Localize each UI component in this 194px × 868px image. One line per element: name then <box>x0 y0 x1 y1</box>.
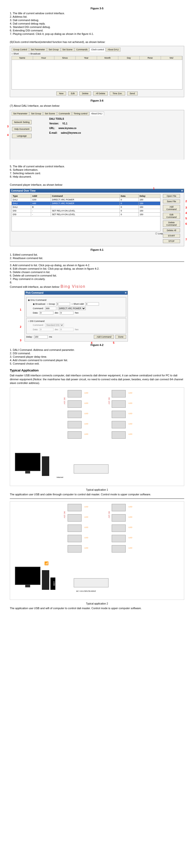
item: 7. Selecting network card. <box>10 172 184 175</box>
tab-row: Group Control Set Parameter Set Group Se… <box>11 48 183 52</box>
tab[interactable]: Group Control <box>11 48 29 52</box>
desc-1: The application use USB and cable throug… <box>10 493 184 496</box>
item: 5. Standard DSI command debug. <box>10 26 184 28</box>
delete-button[interactable]: Delete <box>79 92 91 95</box>
typical-heading: Typical Application <box>10 369 184 372</box>
usb-label: USB <box>50 578 55 590</box>
tab[interactable]: About DALI <box>106 48 120 52</box>
item: 5. The title of current window control i… <box>10 165 184 168</box>
tab[interactable]: Set Parameter <box>11 112 29 116</box>
tab[interactable]: Set Parameter <box>29 48 47 52</box>
item: 3. Dali command debug. <box>10 19 184 22</box>
monitor-icon <box>15 453 40 471</box>
radio-short[interactable]: ○ Short <box>11 53 18 55</box>
network-setting-button[interactable]: Network Setting <box>12 120 32 124</box>
dsi-dec-input <box>40 328 53 331</box>
close-icon[interactable]: ✕ <box>125 291 127 294</box>
new-button[interactable]: New <box>56 92 66 95</box>
tab[interactable]: Set Group <box>29 112 43 116</box>
item: 1. DALI Command. Address and command par… <box>10 348 184 351</box>
item: 7. Play command in circularly. <box>10 277 184 280</box>
clock-control-screenshot: Group Control Set Parameter Set Group Se… <box>10 46 184 97</box>
item: 1. Edited command list. <box>10 253 184 256</box>
add-command-button[interactable]: Add Command <box>94 335 114 339</box>
item: 2. DSI command. <box>10 352 184 355</box>
cmd-num-input[interactable] <box>45 307 56 310</box>
loop-checkbox[interactable]: ☐ Loop <box>11 232 183 235</box>
tab[interactable]: Set Scene <box>43 112 57 116</box>
help-document-button[interactable]: Help Document <box>12 127 32 131</box>
table-row: DALIG00DIRECT ARC POWER0150 <box>12 198 160 202</box>
item: 6. Extending DSI command. <box>10 29 184 32</box>
edit-intro: Command edit interface, as shown below: <box>10 285 60 288</box>
cmdplayer-intro: Command player interface, as shown below… <box>10 183 184 187</box>
delete-command-button[interactable]: Delete Command <box>163 221 180 227</box>
item: 5. Delete chosen command in list. <box>10 271 184 274</box>
radio-group[interactable]: ○ Group <box>47 303 55 305</box>
grid-header: NameHourSinusYearMonthDayReseMul <box>11 56 183 60</box>
internet-label: Internet <box>56 476 63 478</box>
language-button[interactable]: Language <box>12 134 32 138</box>
item: 4. Add chosen command to command player … <box>10 359 184 362</box>
window-title: Command Over Time <box>11 189 36 192</box>
window-title: Pick Command <box>26 291 43 294</box>
item: 7. Playing command. Click it, pop-up dia… <box>10 32 184 35</box>
pc-tower-icon <box>42 456 49 476</box>
pick-command-screenshot: Pick Command✕ ◉ DALI Command: ◉ Broadcas… <box>25 291 128 342</box>
tab-clock[interactable]: Clock control <box>89 48 106 52</box>
tab[interactable]: Timing control <box>72 112 89 116</box>
item: 3. Command player delay time. <box>10 355 184 358</box>
dali-master-icon <box>74 464 109 473</box>
item: 4. Dali command debug reply. <box>10 22 184 25</box>
edit-command-button[interactable]: Edit Command <box>163 213 180 219</box>
tab-about[interactable]: About DALI <box>89 112 104 116</box>
send-button[interactable]: Send <box>127 92 138 95</box>
data-dec-input[interactable] <box>40 311 53 314</box>
done-button[interactable]: Done <box>115 335 126 339</box>
shortaddr-input[interactable] <box>85 302 99 306</box>
delay-input[interactable] <box>34 335 48 339</box>
command-table: TypeAddrCommandDataDelay DALIG00DIRECT A… <box>11 194 160 216</box>
figure-3-5-title: Figure 3-5 <box>10 7 184 10</box>
tab[interactable]: Commands <box>74 48 89 52</box>
tab[interactable]: Set Group <box>47 48 61 52</box>
item: 8. Help document. <box>10 175 184 178</box>
delete-all-button[interactable]: Delete All <box>163 228 180 232</box>
group-input[interactable] <box>56 302 70 306</box>
item: 6. Delete all command in command list. <box>10 274 184 277</box>
radio-broadcast[interactable]: ◉ Broadcast <box>33 303 45 305</box>
radio-shortaddr[interactable]: ○ Short Addr <box>72 303 84 305</box>
command-select[interactable]: DIRECT ARC POWER <box>58 307 86 310</box>
start-button[interactable]: START <box>163 234 180 238</box>
radio-dsi-command[interactable]: ○ DSI Command: <box>28 320 45 322</box>
radio-broadcast[interactable]: ○ Broadcast <box>29 53 40 55</box>
save-file-button[interactable]: Save File <box>163 199 180 204</box>
table-row: DSI-SET RELAY-ON LEVEL0150 <box>12 209 160 213</box>
application-diagram-1: DC 12V DC 12V Internet <box>10 388 184 486</box>
all-delete-button[interactable]: All Delete <box>93 92 108 95</box>
item: 5. Command choice exit. <box>10 362 184 365</box>
item: 2. Address list. <box>10 15 184 18</box>
edit-button[interactable]: Edit <box>68 92 77 95</box>
item: 3. Add command to list. Click pop-up dia… <box>10 264 184 267</box>
data-hex-input[interactable] <box>60 311 74 314</box>
ac-label: AC 110-230V,50-60HZ <box>76 590 96 592</box>
open-file-button[interactable]: Open File <box>163 194 180 198</box>
item: 4. Edit chosen command in list. Click po… <box>10 267 184 270</box>
table-row: DALIB0150 <box>12 205 160 209</box>
about-intro: (7) About DALI interface, as shown below… <box>10 104 184 108</box>
tab[interactable]: Set Scene <box>61 48 74 52</box>
radio-dali-command[interactable]: ◉ DALI Command: <box>28 299 47 301</box>
dsi-select: Standard DSI <box>45 323 64 327</box>
close-icon[interactable]: ✕ <box>181 189 183 192</box>
stop-button[interactable]: STOP <box>163 239 180 243</box>
item: 1. The title of current window control i… <box>10 12 184 15</box>
timezone-button[interactable]: Time Zon. <box>110 92 125 95</box>
add-command-button[interactable]: Add Command <box>163 205 180 211</box>
figure-4-2-title: Figure 4-2 <box>10 343 184 346</box>
dali-master-icon <box>74 578 109 587</box>
figure-4-1-title: Figure 4-1 <box>10 248 184 251</box>
about-dali-screenshot: Set Parameter Set Group Set Scene Comman… <box>10 110 184 159</box>
item: 8. <box>10 281 184 284</box>
tab[interactable]: Commands <box>57 112 72 116</box>
